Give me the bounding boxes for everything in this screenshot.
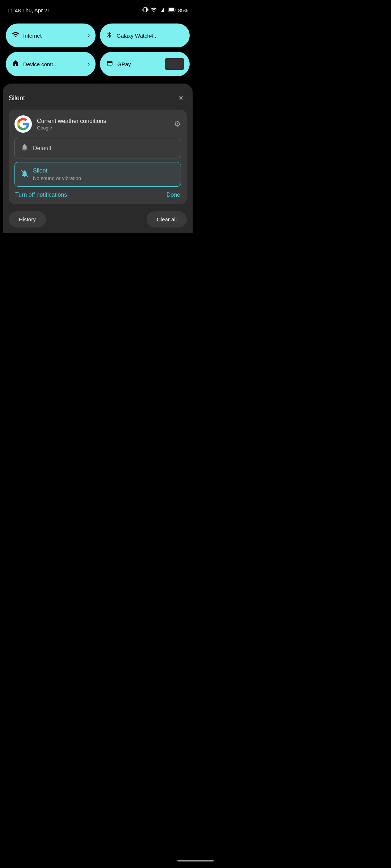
google-logo (14, 115, 32, 133)
device-control-chevron-icon: › (88, 61, 90, 67)
notification-title: Current weather conditions (37, 118, 169, 124)
option-silent[interactable]: Silent No sound or vibration (14, 162, 181, 187)
card-footer: Turn off notifications Done (14, 192, 181, 198)
default-option-label: Default (33, 145, 51, 152)
panel-header: Silent × (9, 92, 187, 104)
notification-header: Current weather conditions Google ⚙ (14, 115, 181, 133)
bell-off-icon (21, 170, 29, 179)
svg-rect-1 (169, 8, 174, 11)
signal-icon (159, 7, 166, 14)
internet-chevron-icon: › (88, 32, 90, 39)
bell-icon (21, 143, 29, 153)
option-default[interactable]: Default (14, 138, 181, 158)
battery-icon (168, 7, 176, 13)
panel-close-button[interactable]: × (175, 92, 187, 104)
card-tile-icon (106, 60, 114, 68)
bottom-actions: History Clear all (3, 204, 193, 233)
turn-off-notifications-link[interactable]: Turn off notifications (15, 192, 67, 198)
clear-all-button[interactable]: Clear all (147, 211, 187, 227)
device-control-tile-label: Device contr.. (23, 61, 84, 67)
battery-percent: 85% (178, 8, 188, 13)
silent-option-label: Silent (33, 167, 81, 174)
bluetooth-tile-icon (106, 31, 113, 41)
home-tile-icon (12, 59, 20, 69)
done-button[interactable]: Done (167, 192, 180, 198)
tile-galaxy-watch[interactable]: Galaxy Watch4.. (100, 24, 190, 47)
status-icons: 85% (142, 7, 188, 14)
notification-title-area: Current weather conditions Google (37, 118, 169, 131)
internet-tile-label: Internet (23, 33, 84, 39)
tile-gpay[interactable]: GPay (100, 52, 190, 76)
notification-card: Current weather conditions Google ⚙ Defa… (9, 110, 187, 204)
gpay-card-thumbnail (165, 58, 184, 70)
tile-internet[interactable]: Internet › (6, 24, 96, 47)
tile-device-control[interactable]: Device contr.. › (6, 52, 96, 76)
history-button[interactable]: History (9, 211, 46, 227)
wifi-status-icon (151, 7, 157, 14)
quick-tiles: Internet › Galaxy Watch4.. Device contr.… (0, 18, 196, 84)
wifi-tile-icon (12, 31, 20, 41)
notification-panel: Silent × Current weather conditions Goog… (3, 84, 193, 204)
status-bar: 11:48 Thu, Apr 21 (0, 0, 196, 18)
galaxy-watch-tile-label: Galaxy Watch4.. (117, 33, 184, 39)
notification-settings-gear[interactable]: ⚙ (174, 119, 181, 129)
vibrate-icon (142, 7, 148, 14)
notification-source: Google (37, 125, 169, 131)
status-time: 11:48 Thu, Apr 21 (7, 7, 50, 13)
panel-title: Silent (9, 94, 25, 102)
gpay-tile-label: GPay (117, 61, 161, 67)
silent-option-content: Silent No sound or vibration (33, 167, 81, 181)
silent-option-description: No sound or vibration (33, 175, 81, 181)
